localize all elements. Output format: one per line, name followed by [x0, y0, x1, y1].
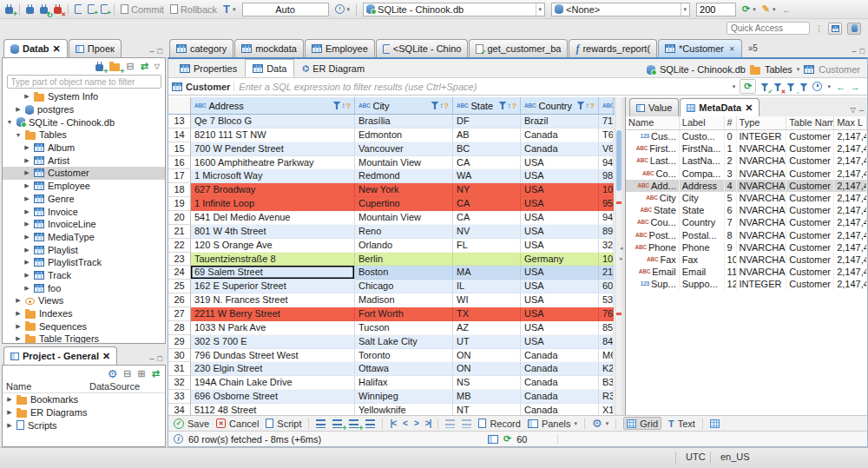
reconnect-icon[interactable] — [40, 7, 48, 14]
filter-icon[interactable] — [333, 102, 341, 109]
table-row[interactable]: 22120 S Orange AveOrlandoFLUSA32 — [168, 239, 615, 253]
panels-button[interactable]: Panels▾ — [528, 419, 577, 429]
cell[interactable]: 2211 W Berry Street — [191, 307, 355, 321]
cell[interactable]: 120 S Orange Ave — [191, 239, 355, 253]
cell[interactable]: USA — [521, 225, 599, 239]
zoom-icon[interactable] — [462, 419, 471, 428]
cell[interactable]: Brasília — [355, 115, 453, 129]
metadata-row-suppo[interactable]: 123Sup...Suppo...12INTEGERCustomer2,147,… — [626, 278, 867, 290]
tab-data[interactable]: Data — [245, 59, 294, 77]
locale-indicator[interactable]: en_US — [720, 452, 750, 462]
txmode-select[interactable]: Auto — [242, 3, 329, 16]
auto-sync-button[interactable]: ⟳▾ — [742, 3, 756, 15]
twistie-icon[interactable]: ▶ — [23, 259, 30, 266]
cell[interactable]: Salt Lake City — [355, 335, 453, 349]
project-item-er-diagrams[interactable]: ▶ER Diagrams — [3, 406, 165, 419]
twistie-icon[interactable]: ▶ — [23, 221, 30, 227]
tree-item-playlisttrack[interactable]: ▶PlaylistTrack — [3, 256, 165, 269]
table-row[interactable]: 32194A Chain Lake DriveHalifaxNSCanadaB3 — [168, 376, 615, 390]
cell[interactable]: WA — [453, 169, 521, 183]
filter-icon[interactable] — [577, 102, 585, 109]
active-perspective-icon[interactable] — [847, 23, 861, 35]
tab-properties[interactable]: Properties — [172, 59, 245, 77]
metadata-row-email[interactable]: ABCEmailEmail11NVARCHARCustomer2,147,483 — [626, 266, 867, 278]
cell[interactable]: 94 — [599, 156, 614, 170]
filter-history-icon[interactable]: ▾ — [733, 83, 736, 90]
cell[interactable]: NS — [453, 376, 521, 390]
cell[interactable]: New York — [355, 183, 453, 197]
cell[interactable]: Canada — [521, 129, 599, 142]
twistie-icon[interactable]: ▶ — [23, 247, 30, 254]
cell[interactable]: Canada — [521, 142, 599, 156]
twistie-icon[interactable]: ▼ — [6, 119, 13, 125]
new-folder-icon[interactable] — [109, 63, 120, 71]
cell[interactable]: 76 — [599, 307, 614, 321]
fetch-size-input[interactable] — [696, 3, 736, 16]
sort-icon[interactable]: ↕ — [342, 102, 345, 109]
cell[interactable]: X1 — [599, 404, 614, 415]
table-row[interactable]: 30796 Dundas Street WestTorontoONCanadaM… — [168, 349, 615, 363]
cell[interactable]: B3 — [599, 376, 614, 390]
column-header-postal[interactable]: ABC — [599, 97, 614, 114]
column-header-city[interactable]: ABCCity↕? — [355, 97, 453, 114]
breadcrumb-connection[interactable]: SQLite - Chinook.db — [660, 64, 746, 75]
table-row[interactable]: 18627 BroadwayNew YorkNYUSA10 — [168, 183, 615, 197]
cell[interactable]: AB — [453, 129, 521, 142]
cell[interactable]: 8210 111 ST NW — [191, 129, 355, 142]
breadcrumb-entity[interactable]: Customer — [819, 64, 860, 75]
cell[interactable]: NT — [453, 404, 521, 415]
auto-refresh-icon[interactable] — [812, 82, 822, 91]
panel-window-buttons[interactable]: –□ — [150, 354, 166, 365]
cell[interactable]: Berlin — [355, 253, 453, 267]
editor-window-buttons[interactable]: –□ — [852, 47, 868, 57]
cell[interactable]: Ottawa — [355, 362, 453, 376]
cell[interactable]: 21 — [599, 266, 614, 280]
filter-custom-icon[interactable]: ▫ — [786, 82, 794, 92]
column-header-address[interactable]: ABCAddress↕? — [191, 97, 355, 114]
commit-button[interactable]: Commit — [121, 4, 164, 15]
cell[interactable]: MB — [453, 390, 521, 404]
refresh-button[interactable]: ⟳ — [740, 79, 756, 94]
cell[interactable]: 84 — [599, 335, 614, 349]
cell[interactable]: 700 W Pender Street — [191, 142, 355, 156]
cell[interactable]: 94 — [599, 211, 614, 225]
link-with-editor-icon[interactable]: ⇄ — [141, 61, 148, 72]
cell[interactable]: USA — [521, 266, 599, 280]
cell[interactable]: M6 — [599, 349, 614, 363]
cell[interactable]: USA — [521, 197, 599, 211]
tree-item-mediatype[interactable]: ▶MediaType — [3, 231, 165, 244]
filter-remove-icon[interactable]: ✕ — [773, 82, 781, 92]
cell[interactable]: 71 — [599, 115, 614, 129]
column-filter-controls[interactable]: ↕? — [577, 102, 595, 110]
tree-item-playlist[interactable]: ▶Playlist — [3, 243, 165, 256]
table-row[interactable]: 31230 Elgin StreetOttawaONCanadaK2 — [168, 362, 615, 376]
cell[interactable]: BC — [453, 142, 521, 156]
sort-icon[interactable]: ↕ — [508, 102, 511, 109]
twistie-icon[interactable]: ▶ — [15, 323, 22, 330]
cell[interactable]: MA — [453, 266, 521, 280]
cell[interactable]: Reno — [355, 225, 453, 239]
cell[interactable]: Toronto — [355, 349, 453, 363]
cell[interactable]: Orlando — [355, 239, 453, 253]
side-column-max-l[interactable]: Max L — [834, 116, 867, 129]
cell[interactable]: T6 — [599, 129, 614, 142]
table-row[interactable]: 148210 111 ST NWEdmontonABCanadaT6 — [168, 129, 615, 142]
cell[interactable]: Brazil — [521, 115, 599, 129]
table-row[interactable]: 21801 W 4th StreetRenoNVUSA89 — [168, 225, 615, 239]
cell[interactable]: 319 N. Frances Street — [191, 293, 355, 307]
cell[interactable]: Mountain View — [355, 211, 453, 225]
cell[interactable]: V6 — [599, 142, 614, 156]
cell[interactable]: Tauentzienstraße 8 — [191, 253, 355, 267]
cell[interactable]: 53 — [599, 293, 614, 307]
cell[interactable]: USA — [521, 239, 599, 253]
twistie-icon[interactable]: ▶ — [23, 285, 30, 292]
project-item-scripts[interactable]: ▶Scripts — [3, 419, 165, 432]
duplicate-row-icon[interactable] — [349, 419, 358, 428]
settings-button[interactable]: ⚙▾ — [592, 419, 608, 428]
metadata-row-postal[interactable]: ABCPost...Postal...8NVARCHARCustomer2,14… — [626, 229, 867, 241]
tree-item-tables[interactable]: ▼Tables — [3, 129, 165, 142]
cell[interactable]: 194A Chain Lake Drive — [191, 376, 355, 390]
metadata-row-compa[interactable]: ABCCo...Compa...3NVARCHARCustomer2,147,4… — [626, 168, 867, 180]
cell[interactable]: Vancouver — [355, 142, 453, 156]
metadata-row-phone[interactable]: ABCPhonePhone9NVARCHARCustomer2,147,483 — [626, 241, 867, 254]
